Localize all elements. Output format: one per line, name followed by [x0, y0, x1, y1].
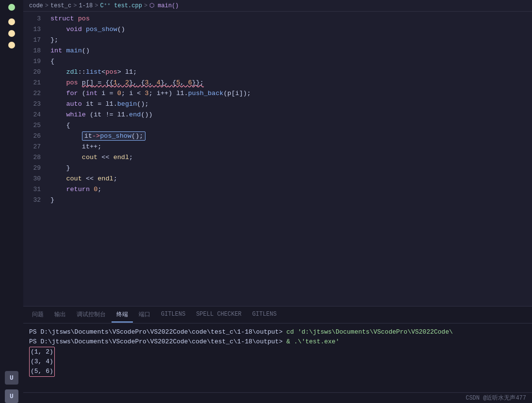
- terminal-prompt-2: PS D:\jtsws\Documents\VScodePro\VS2022Co…: [29, 337, 287, 347]
- breadcrumb-sep-2: >: [73, 2, 77, 9]
- line-num-27: 27: [23, 142, 48, 152]
- line-num-3: 3: [23, 14, 48, 24]
- line-content-32: }: [48, 195, 532, 206]
- code-editor: 3 struct pos 13 void pos_show() 17 }; 18…: [23, 12, 532, 306]
- terminal-line-2: PS D:\jtsws\Documents\VScodePro\VS2022Co…: [29, 337, 526, 347]
- line-num-30: 30: [23, 174, 48, 184]
- code-line-31: 31 return 0;: [23, 184, 532, 195]
- line-content-30: cout << endl;: [48, 174, 532, 184]
- line-num-17: 17: [23, 35, 48, 46]
- main-content: code > test_c > 1-18 > C⁺⁺ test.cpp > ⬡ …: [23, 0, 532, 403]
- activity-letter-u2[interactable]: U: [5, 389, 18, 403]
- line-content-29: }: [48, 163, 532, 174]
- code-lines: 3 struct pos 13 void pos_show() 17 }; 18…: [23, 12, 532, 306]
- line-content-24: while (it != l1.end()): [48, 110, 532, 120]
- code-line-29: 29 }: [23, 163, 532, 174]
- tab-debug-console[interactable]: 调试控制台: [72, 307, 111, 322]
- dot-yellow-2: [8, 30, 15, 37]
- code-line-20: 20 zdl::list<pos> l1;: [23, 67, 532, 78]
- line-content-21: pos p[] = {{1, 2}, {3, 4}, {5, 6}};: [48, 78, 532, 88]
- line-num-29: 29: [23, 163, 48, 174]
- line-content-25: {: [48, 120, 532, 131]
- breadcrumb-test-c[interactable]: test_c: [50, 2, 71, 9]
- line-num-31: 31: [23, 184, 48, 195]
- dot-yellow-3: [8, 42, 15, 48]
- code-line-13: 13 void pos_show(): [23, 24, 532, 35]
- line-content-31: return 0;: [48, 184, 532, 195]
- line-num-26: 26: [23, 131, 48, 142]
- code-line-25: 25 {: [23, 120, 532, 131]
- line-num-18: 18: [23, 46, 48, 56]
- tab-ports[interactable]: 端口: [134, 307, 155, 322]
- line-num-13: 13: [23, 24, 48, 35]
- terminal-output: (1, 2)(3, 4)(5, 6): [29, 347, 55, 377]
- code-line-23: 23 auto it = l1.begin();: [23, 99, 532, 110]
- breadcrumb-sep-1: >: [45, 2, 48, 9]
- line-content-3: struct pos: [48, 14, 532, 24]
- line-content-22: for (int i = 0; i < 3; i++) l1.push_back…: [48, 88, 532, 99]
- tab-output[interactable]: 输出: [49, 307, 71, 322]
- dot-yellow-1: [8, 18, 15, 25]
- breadcrumb-cpp[interactable]: C⁺⁺ test.cpp: [100, 2, 142, 9]
- terminal-prompt-1: PS D:\jtsws\Documents\VScodePro\VS2022Co…: [29, 327, 287, 337]
- terminal-content[interactable]: PS D:\jtsws\Documents\VScodePro\VS2022Co…: [23, 323, 532, 392]
- terminal-cmd-1: cd 'd:\jtsws\Documents\VScodePro\VS2022C…: [287, 327, 453, 337]
- tab-gitlens-2[interactable]: GITLENS: [247, 308, 281, 322]
- breadcrumb-main[interactable]: ⬡ main(): [149, 2, 178, 9]
- tab-spell-checker[interactable]: SPELL CHECKER: [191, 308, 246, 322]
- line-num-20: 20: [23, 67, 48, 78]
- line-content-23: auto it = l1.begin();: [48, 99, 532, 110]
- line-content-19: {: [48, 56, 532, 67]
- line-num-21: 21: [23, 78, 48, 88]
- breadcrumb: code > test_c > 1-18 > C⁺⁺ test.cpp > ⬡ …: [23, 0, 532, 12]
- line-content-27: it++;: [48, 142, 532, 152]
- line-num-32: 32: [23, 195, 48, 206]
- code-line-17: 17 };: [23, 35, 532, 46]
- terminal-output-lines: (1, 2)(3, 4)(5, 6): [29, 347, 526, 377]
- line-num-28: 28: [23, 152, 48, 163]
- dot-green: [8, 4, 15, 11]
- line-num-23: 23: [23, 99, 48, 110]
- terminal-line-1: PS D:\jtsws\Documents\VScodePro\VS2022Co…: [29, 327, 526, 337]
- line-content-20: zdl::list<pos> l1;: [48, 67, 532, 78]
- breadcrumb-sep-4: >: [144, 2, 147, 9]
- code-line-22: 22 for (int i = 0; i < 3; i++) l1.push_b…: [23, 88, 532, 99]
- line-num-25: 25: [23, 120, 48, 131]
- code-line-32: 32 }: [23, 195, 532, 206]
- tab-gitlens-1[interactable]: GITLENS: [156, 308, 190, 322]
- status-text: CSDN @近听水无声477: [466, 394, 526, 402]
- breadcrumb-code[interactable]: code: [29, 2, 43, 9]
- line-num-19: 19: [23, 56, 48, 67]
- code-line-3: 3 struct pos: [23, 14, 532, 24]
- panel-tabs: 问题 输出 调试控制台 终端 端口 GITLENS SPELL CHECKER …: [23, 306, 532, 323]
- code-line-18: 18 int main(): [23, 46, 532, 56]
- code-line-30: 30 cout << endl;: [23, 174, 532, 184]
- breadcrumb-sep-3: >: [95, 2, 98, 9]
- line-num-24: 24: [23, 110, 48, 120]
- line-content-18: int main(): [48, 46, 532, 56]
- line-content-17: };: [48, 35, 532, 46]
- code-line-26: 26 it->pos_show();: [23, 131, 532, 142]
- tab-issues[interactable]: 问题: [27, 307, 48, 322]
- line-content-13: void pos_show(): [48, 24, 532, 35]
- terminal-cmd-2: & .\'test.exe': [287, 337, 339, 347]
- line-content-26: it->pos_show();: [48, 131, 532, 142]
- bottom-panel: 问题 输出 调试控制台 终端 端口 GITLENS SPELL CHECKER …: [23, 306, 532, 403]
- code-line-19: 19 {: [23, 56, 532, 67]
- code-line-21: 21 pos p[] = {{1, 2}, {3, 4}, {5, 6}};: [23, 78, 532, 88]
- code-line-24: 24 while (it != l1.end()): [23, 110, 532, 120]
- breadcrumb-1-18[interactable]: 1-18: [79, 2, 93, 9]
- activity-letter-u1[interactable]: U: [5, 371, 18, 385]
- tab-terminal[interactable]: 终端: [112, 307, 133, 322]
- line-content-28: cout << endl;: [48, 152, 532, 163]
- code-line-27: 27 it++;: [23, 142, 532, 152]
- code-line-28: 28 cout << endl;: [23, 152, 532, 163]
- status-bar: CSDN @近听水无声477: [23, 392, 532, 403]
- line-num-22: 22: [23, 88, 48, 99]
- activity-bar: U U: [0, 0, 23, 403]
